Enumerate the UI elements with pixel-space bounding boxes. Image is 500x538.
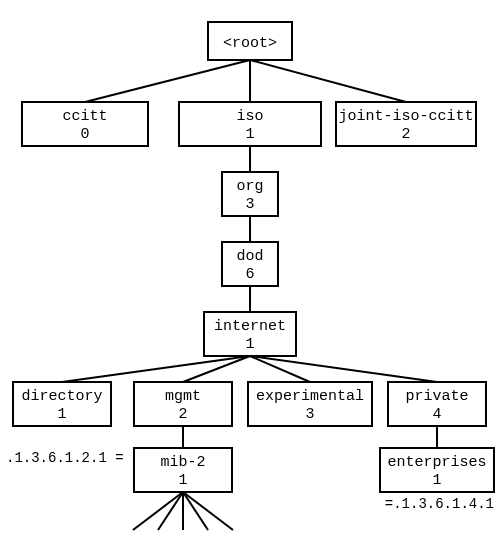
node-experimental-oid: 3 [305, 406, 314, 423]
node-dod-label: dod [236, 248, 263, 265]
node-directory: directory 1 [13, 382, 111, 426]
edge-mib2-child-5 [183, 492, 233, 530]
node-ccitt-oid: 0 [80, 126, 89, 143]
node-internet-label: internet [214, 318, 286, 335]
node-private-oid: 4 [432, 406, 441, 423]
node-iso: iso 1 [179, 102, 321, 146]
edge-mib2-child-1 [133, 492, 183, 530]
node-joint-oid: 2 [401, 126, 410, 143]
annotation-enterprises-path: =.1.3.6.1.4.1 [385, 496, 494, 512]
node-internet: internet 1 [204, 312, 296, 356]
node-mgmt-label: mgmt [165, 388, 201, 405]
node-iso-oid: 1 [245, 126, 254, 143]
node-root: <root> [208, 22, 292, 60]
node-org-label: org [236, 178, 263, 195]
node-mgmt: mgmt 2 [134, 382, 232, 426]
node-org: org 3 [222, 172, 278, 216]
annotation-mib2-path: .1.3.6.1.2.1 = [6, 450, 124, 466]
node-joint-iso-ccitt: joint-iso-ccitt 2 [336, 102, 476, 146]
node-directory-oid: 1 [57, 406, 66, 423]
node-ccitt-label: ccitt [62, 108, 107, 125]
node-iso-label: iso [236, 108, 263, 125]
node-mib-2: mib-2 1 [134, 448, 232, 492]
node-mib2-label: mib-2 [160, 454, 205, 471]
node-enterprises: enterprises 1 [380, 448, 494, 492]
edge-root-ccitt [85, 60, 250, 102]
node-dod-oid: 6 [245, 266, 254, 283]
node-experimental-label: experimental [256, 388, 364, 405]
node-internet-oid: 1 [245, 336, 254, 353]
node-root-label: <root> [223, 35, 277, 52]
node-enterprises-label: enterprises [387, 454, 486, 471]
edge-mib2-child-4 [183, 492, 208, 530]
node-private: private 4 [388, 382, 486, 426]
edge-internet-directory [62, 356, 250, 382]
node-dod: dod 6 [222, 242, 278, 286]
edge-root-joint [250, 60, 406, 102]
node-private-label: private [405, 388, 468, 405]
node-enterprises-oid: 1 [432, 472, 441, 489]
node-mib2-oid: 1 [178, 472, 187, 489]
node-ccitt: ccitt 0 [22, 102, 148, 146]
node-org-oid: 3 [245, 196, 254, 213]
node-joint-label: joint-iso-ccitt [338, 108, 473, 125]
oid-tree-diagram: <root> ccitt 0 iso 1 joint-iso-ccitt 2 o… [0, 0, 500, 538]
node-directory-label: directory [21, 388, 102, 405]
node-mgmt-oid: 2 [178, 406, 187, 423]
edge-mib2-child-2 [158, 492, 183, 530]
node-experimental: experimental 3 [248, 382, 372, 426]
